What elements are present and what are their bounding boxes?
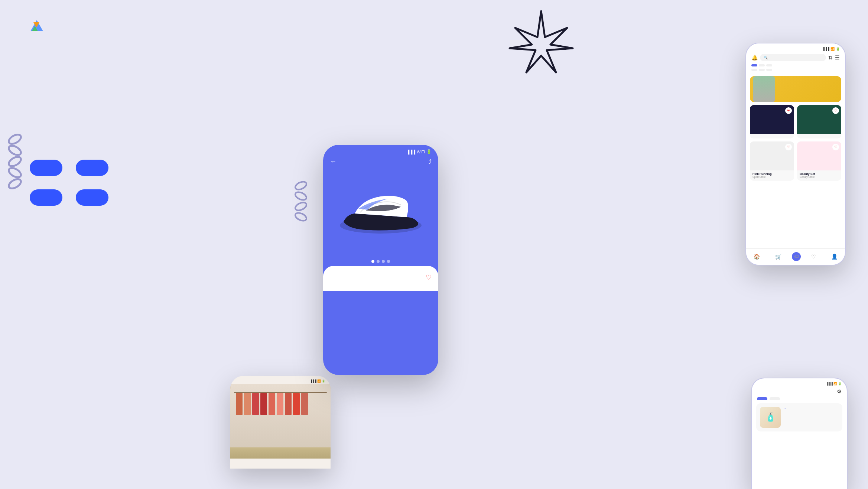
- svg-point-3: [7, 133, 22, 146]
- dashboard-product-image: 🧴: [760, 407, 781, 428]
- products-grid: ❤ ♡: [746, 105, 845, 181]
- pill-easy-search: [30, 189, 62, 206]
- filter-tab-shoes[interactable]: [759, 64, 765, 66]
- filter-tab-cloths[interactable]: [766, 64, 772, 66]
- listing-bottom-nav: 🏠 🛒 🏷 ♡ 👤: [746, 248, 845, 265]
- filter-tab-mobile[interactable]: [766, 69, 772, 71]
- filter-tab-furniture[interactable]: [759, 69, 765, 71]
- shoe-display: [323, 168, 438, 257]
- filter-tab-accessories[interactable]: [751, 69, 757, 71]
- product-image-dots: [323, 257, 438, 266]
- listing-search-box[interactable]: 🔍: [760, 54, 826, 61]
- listing-search-row: 🔔 🔍 ⇅ ☰: [751, 54, 840, 61]
- bnav-home[interactable]: 🏠: [754, 254, 760, 260]
- product-card-shoes[interactable]: ♡ Pink Running Sport Store: [750, 141, 794, 181]
- product-card-lipstick[interactable]: ♡ Beauty Set Beauty Store: [797, 141, 841, 181]
- phone-product-detail: ▐▐▐WiFi🔋 ← ⤴: [323, 145, 438, 375]
- phone-dashboard: ▐▐▐ 📶 🔋 ⚙ 🧴 →: [751, 378, 848, 489]
- product-card-headphone[interactable]: ❤: [750, 105, 794, 138]
- promo-banner: [750, 76, 841, 102]
- tab-my-deals[interactable]: [757, 397, 767, 400]
- filter-tabs-row1: [751, 64, 840, 66]
- filter-tabs-row2: [751, 69, 840, 71]
- svg-point-7: [7, 177, 22, 190]
- logo-icon: [30, 19, 44, 32]
- pill-visual-hierarchy: [76, 160, 108, 176]
- filter-tab-all[interactable]: [751, 64, 757, 66]
- bnav-cart[interactable]: 🛒: [775, 254, 781, 260]
- starburst-decoration: [508, 9, 575, 76]
- shoe-svg: [336, 188, 425, 237]
- svg-point-10: [294, 201, 308, 212]
- phone-store-view: ▐▐▐ 📶 🔋: [230, 376, 331, 469]
- listing-topbar: ▐▐▐ 📶 🔋: [751, 47, 840, 51]
- product-card-bottle[interactable]: ♡: [797, 105, 841, 138]
- heart-icon-3[interactable]: ♡: [785, 144, 792, 150]
- svg-point-9: [294, 190, 308, 202]
- bnav-wishlist[interactable]: ♡: [811, 254, 816, 260]
- pill-gamification: [30, 160, 62, 176]
- heart-icon-1[interactable]: ❤: [785, 107, 792, 114]
- svg-point-8: [294, 180, 308, 191]
- phone-main-nav: ← ⤴: [323, 156, 438, 168]
- pills-row-1: [30, 160, 108, 176]
- pills-row-2: [30, 189, 108, 206]
- dashboard-topbar: ▐▐▐ 📶 🔋: [752, 378, 847, 387]
- logo: [30, 19, 47, 32]
- bnav-profile[interactable]: 👤: [831, 254, 838, 260]
- store-topbar: ▐▐▐ 📶 🔋: [230, 376, 331, 384]
- svg-point-5: [7, 155, 22, 168]
- product-info-panel: ♡: [323, 266, 438, 291]
- phone-main-topbar: ▐▐▐WiFi🔋: [323, 145, 438, 156]
- dashboard-product-card[interactable]: 🧴 →: [756, 403, 842, 431]
- store-image: [230, 384, 331, 459]
- heart-icon-4[interactable]: ♡: [832, 144, 839, 150]
- dashboard-product-info: →: [784, 407, 839, 428]
- chain-decoration-left: [4, 130, 26, 197]
- svg-point-6: [7, 166, 22, 179]
- chain-decoration-right: [290, 178, 312, 238]
- dashboard-title-row: ⚙: [752, 387, 847, 397]
- tab-savings[interactable]: [770, 397, 780, 400]
- dashboard-tabs: [752, 397, 847, 403]
- heart-icon-2[interactable]: ♡: [832, 107, 839, 114]
- svg-point-11: [294, 211, 308, 222]
- svg-point-4: [7, 144, 22, 157]
- feature-pills: [30, 160, 108, 206]
- phone-ecommerce-listing: ▐▐▐ 📶 🔋 🔔 🔍 ⇅ ☰: [745, 43, 846, 265]
- pill-all-in-one: [76, 189, 108, 206]
